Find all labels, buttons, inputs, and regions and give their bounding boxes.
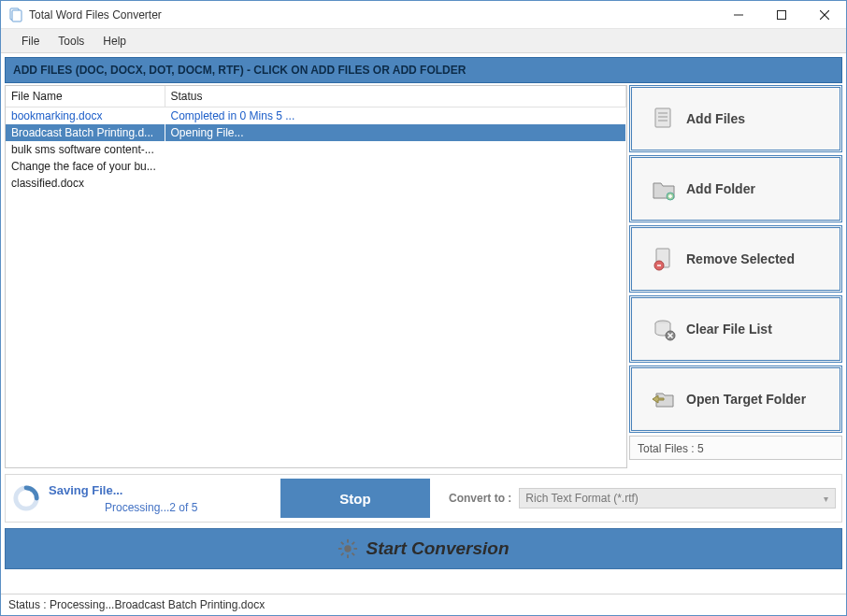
statusbar: Status : Processing...Broadcast Batch Pr…: [1, 594, 846, 615]
menu-file[interactable]: File: [12, 31, 49, 51]
convert-to-select[interactable]: [519, 488, 836, 509]
progress-line2: Processing...2 of 5: [49, 501, 273, 514]
table-row[interactable]: Change the face of your bu...: [6, 158, 626, 175]
menu-tools[interactable]: Tools: [49, 31, 93, 51]
open-target-button[interactable]: Open Target Folder: [629, 365, 842, 433]
banner: ADD FILES (DOC, DOCX, DOT, DOCM, RTF) - …: [5, 57, 842, 83]
minimize-icon: [734, 10, 743, 20]
add-files-label: Add Files: [686, 111, 745, 126]
table-row[interactable]: classified.docx: [6, 175, 626, 192]
close-button[interactable]: [803, 1, 846, 28]
svg-rect-23: [348, 554, 350, 558]
total-files-label: Total Files : 5: [629, 436, 842, 460]
file-status-cell: [165, 141, 626, 158]
column-header-filename[interactable]: File Name: [6, 86, 165, 107]
remove-selected-button[interactable]: Remove Selected: [629, 225, 842, 293]
file-status-cell: [165, 158, 626, 175]
file-status-cell: Opening File...: [165, 124, 626, 141]
add-folder-label: Add Folder: [686, 181, 755, 196]
convert-to-label: Convert to :: [449, 492, 511, 505]
maximize-button[interactable]: [760, 1, 803, 28]
titlebar: Total Word Files Converter: [1, 1, 846, 29]
menubar: File Tools Help: [1, 29, 846, 53]
clear-list-label: Clear File List: [686, 322, 772, 337]
start-conversion-label: Start Conversion: [366, 538, 509, 559]
maximize-icon: [777, 10, 786, 20]
file-name-cell: classified.docx: [6, 175, 165, 192]
window-controls: [717, 1, 846, 28]
side-panel: Add Files Add Folder Remove Selected Cle…: [629, 85, 842, 468]
app-icon: [8, 7, 23, 22]
svg-rect-6: [655, 108, 670, 127]
progress-text: Saving File... Processing...2 of 5: [49, 483, 273, 514]
table-row[interactable]: bookmarking.docxCompleted in 0 Mins 5 ..…: [6, 107, 626, 125]
window-title: Total Word Files Converter: [29, 8, 717, 21]
add-folder-icon: [651, 176, 677, 202]
add-files-icon: [651, 106, 677, 132]
svg-rect-28: [341, 541, 345, 545]
file-status-cell: Completed in 0 Mins 5 ...: [165, 107, 626, 125]
svg-rect-3: [778, 10, 786, 19]
clear-list-button[interactable]: Clear File List: [629, 295, 842, 363]
start-conversion-button[interactable]: Start Conversion: [5, 528, 842, 569]
minimize-button[interactable]: [717, 1, 760, 28]
svg-rect-29: [352, 552, 355, 556]
close-icon: [820, 10, 829, 20]
add-folder-button[interactable]: Add Folder: [629, 155, 842, 222]
svg-point-21: [345, 545, 352, 552]
svg-rect-22: [348, 539, 350, 543]
spinner-icon: [11, 483, 41, 513]
svg-rect-26: [352, 541, 355, 545]
progress-line1: Saving File...: [49, 483, 273, 497]
clear-list-icon: [651, 316, 677, 342]
table-row[interactable]: Broadcast Batch Printing.d...Opening Fil…: [6, 124, 626, 141]
svg-rect-25: [354, 548, 358, 550]
remove-selected-icon: [651, 246, 677, 272]
progress-row: Saving File... Processing...2 of 5 Stop …: [5, 474, 842, 523]
open-target-icon: [651, 386, 677, 412]
file-list[interactable]: File Name Status bookmarking.docxComplet…: [5, 85, 627, 468]
remove-selected-label: Remove Selected: [686, 251, 795, 266]
svg-rect-1: [12, 10, 22, 21]
menu-help[interactable]: Help: [93, 31, 136, 51]
file-name-cell: bookmarking.docx: [6, 107, 165, 125]
file-name-cell: Change the face of your bu...: [6, 158, 165, 175]
column-header-status[interactable]: Status: [165, 86, 626, 107]
file-name-cell: bulk sms software content-...: [6, 141, 165, 158]
gear-icon: [337, 538, 358, 559]
add-files-button[interactable]: Add Files: [629, 85, 842, 152]
file-name-cell: Broadcast Batch Printing.d...: [6, 124, 165, 141]
file-status-cell: [165, 175, 626, 192]
svg-rect-24: [338, 548, 342, 550]
stop-button[interactable]: Stop: [280, 479, 430, 518]
svg-rect-27: [341, 552, 345, 556]
table-row[interactable]: bulk sms software content-...: [6, 141, 626, 158]
open-target-label: Open Target Folder: [686, 392, 806, 407]
